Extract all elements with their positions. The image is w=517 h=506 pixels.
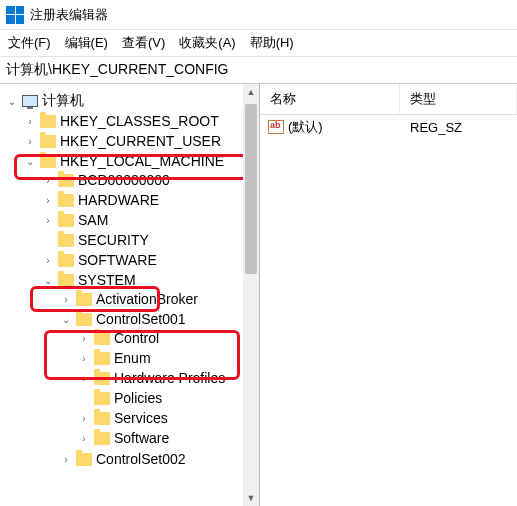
folder-icon — [58, 174, 74, 187]
menu-file[interactable]: 文件(F) — [8, 34, 51, 52]
folder-icon — [58, 214, 74, 227]
tree-label: HARDWARE — [78, 192, 159, 208]
tree-label: Hardware Profiles — [114, 370, 225, 386]
tree-label: HKEY_CLASSES_ROOT — [60, 113, 219, 129]
tree-label: HKEY_CURRENT_USER — [60, 133, 221, 149]
folder-icon — [40, 115, 56, 128]
tree-label: Policies — [114, 390, 162, 406]
main-area: ⌄ 计算机 › HKEY_CLASSES_ROOT › HKEY_CURRENT… — [0, 84, 517, 506]
tree-system[interactable]: ⌄ SYSTEM — [42, 271, 259, 289]
folder-icon — [58, 234, 74, 247]
tree-label: Enum — [114, 350, 151, 366]
tree-label: Control — [114, 330, 159, 346]
tree-enum[interactable]: › Enum — [78, 349, 259, 367]
tree-label: SAM — [78, 212, 108, 228]
folder-icon — [94, 412, 110, 425]
tree-panel: ⌄ 计算机 › HKEY_CLASSES_ROOT › HKEY_CURRENT… — [0, 84, 260, 506]
menu-edit[interactable]: 编辑(E) — [65, 34, 108, 52]
tree-controlset002[interactable]: › ControlSet002 — [60, 450, 259, 468]
tree-computer[interactable]: ⌄ 计算机 — [6, 91, 259, 111]
list-panel: 名称 类型 (默认) REG_SZ — [260, 84, 517, 506]
chevron-right-icon[interactable]: › — [78, 412, 90, 424]
tree-label: ControlSet001 — [96, 311, 186, 327]
tree-hardware-profiles[interactable]: › Hardware Profiles — [78, 369, 259, 387]
folder-icon — [76, 453, 92, 466]
tree-cs-software[interactable]: › Software — [78, 429, 259, 447]
chevron-right-icon[interactable]: › — [24, 135, 36, 147]
tree-label: ActivationBroker — [96, 291, 198, 307]
tree-label: SOFTWARE — [78, 252, 157, 268]
chevron-right-icon[interactable]: › — [42, 254, 54, 266]
folder-icon — [40, 155, 56, 168]
tree-sam[interactable]: › SAM — [42, 211, 259, 229]
chevron-down-icon[interactable]: ⌄ — [24, 155, 36, 167]
computer-icon — [22, 95, 38, 107]
tree-label: SECURITY — [78, 232, 149, 248]
folder-icon — [58, 274, 74, 287]
folder-icon — [94, 332, 110, 345]
tree-activationbroker[interactable]: › ActivationBroker — [60, 290, 259, 308]
chevron-right-icon[interactable]: › — [42, 174, 54, 186]
chevron-down-icon[interactable]: ⌄ — [6, 95, 18, 107]
folder-icon — [94, 432, 110, 445]
value-name: (默认) — [288, 118, 323, 136]
chevron-down-icon[interactable]: ⌄ — [60, 313, 72, 325]
folder-icon — [40, 135, 56, 148]
col-name[interactable]: 名称 — [260, 84, 400, 114]
list-row[interactable]: (默认) REG_SZ — [260, 115, 517, 139]
tree-hklm[interactable]: ⌄ HKEY_LOCAL_MACHINE — [24, 152, 259, 170]
menu-favorites[interactable]: 收藏夹(A) — [179, 34, 235, 52]
tree-label: BCD00000000 — [78, 172, 170, 188]
col-type[interactable]: 类型 — [400, 84, 517, 114]
menu-view[interactable]: 查看(V) — [122, 34, 165, 52]
tree-scrollbar[interactable]: ▲ ▼ — [243, 84, 259, 506]
window-title: 注册表编辑器 — [30, 6, 108, 24]
folder-icon — [94, 352, 110, 365]
folder-icon — [76, 293, 92, 306]
folder-icon — [76, 313, 92, 326]
chevron-right-icon[interactable]: › — [78, 372, 90, 384]
folder-icon — [58, 194, 74, 207]
chevron-right-icon[interactable]: › — [60, 453, 72, 465]
chevron-down-icon[interactable]: ⌄ — [42, 274, 54, 286]
address-text: 计算机\HKEY_CURRENT_CONFIG — [6, 61, 228, 77]
string-value-icon — [268, 120, 284, 134]
chevron-right-icon[interactable]: › — [24, 115, 36, 127]
chevron-right-icon[interactable]: › — [42, 214, 54, 226]
menubar: 文件(F) 编辑(E) 查看(V) 收藏夹(A) 帮助(H) — [0, 30, 517, 57]
chevron-right-icon[interactable]: › — [78, 332, 90, 344]
value-type: REG_SZ — [400, 120, 517, 135]
tree-bcd[interactable]: › BCD00000000 — [42, 171, 259, 189]
tree-hardware[interactable]: › HARDWARE — [42, 191, 259, 209]
app-icon — [6, 6, 24, 24]
tree-label: ControlSet002 — [96, 451, 186, 467]
scroll-up-icon[interactable]: ▲ — [243, 84, 259, 100]
address-bar[interactable]: 计算机\HKEY_CURRENT_CONFIG — [0, 57, 517, 84]
titlebar: 注册表编辑器 — [0, 0, 517, 30]
list-header: 名称 类型 — [260, 84, 517, 115]
chevron-right-icon[interactable]: › — [78, 352, 90, 364]
tree-controlset001[interactable]: ⌄ ControlSet001 — [60, 310, 259, 328]
tree-label: Services — [114, 410, 168, 426]
tree-policies[interactable]: › Policies — [78, 389, 259, 407]
chevron-right-icon[interactable]: › — [42, 194, 54, 206]
tree-control[interactable]: › Control — [78, 329, 259, 347]
folder-icon — [94, 392, 110, 405]
tree-hkcr[interactable]: › HKEY_CLASSES_ROOT — [24, 112, 259, 130]
tree-label: Software — [114, 430, 169, 446]
tree-software[interactable]: › SOFTWARE — [42, 251, 259, 269]
tree-label: HKEY_LOCAL_MACHINE — [60, 153, 224, 169]
scroll-down-icon[interactable]: ▼ — [243, 490, 259, 506]
chevron-right-icon[interactable]: › — [78, 432, 90, 444]
folder-icon — [94, 372, 110, 385]
tree-services[interactable]: › Services — [78, 409, 259, 427]
chevron-right-icon[interactable]: › — [60, 293, 72, 305]
menu-help[interactable]: 帮助(H) — [250, 34, 294, 52]
scroll-thumb[interactable] — [245, 104, 257, 274]
tree-label: 计算机 — [42, 92, 84, 110]
tree-label: SYSTEM — [78, 272, 136, 288]
folder-icon — [58, 254, 74, 267]
tree-hkcu[interactable]: › HKEY_CURRENT_USER — [24, 132, 259, 150]
tree-security[interactable]: › SECURITY — [42, 231, 259, 249]
